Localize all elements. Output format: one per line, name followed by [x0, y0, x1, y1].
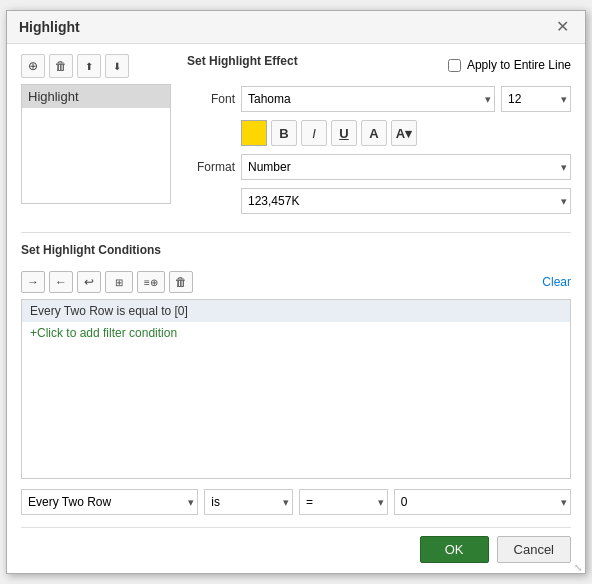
filter-row: Every Two Row Every Row is is not = ≠ >: [21, 489, 571, 515]
left-panel: ⊕ 🗑 ⬆ ⬇ Highlight: [21, 54, 171, 222]
font-select[interactable]: Tahoma Arial Calibri: [241, 86, 495, 112]
ok-button[interactable]: OK: [420, 536, 489, 563]
clear-link[interactable]: Clear: [542, 275, 571, 289]
add-group-btn[interactable]: ⊞: [105, 271, 133, 293]
font-label: Font: [187, 92, 235, 106]
underline-btn[interactable]: U: [331, 120, 357, 146]
format2-select-wrap: 123,457K 1,234,567 #,##0: [241, 188, 571, 214]
add-highlight-btn[interactable]: ⊕: [21, 54, 45, 78]
size-select[interactable]: 12 8 10 14 16: [501, 86, 571, 112]
highlight-dialog: Highlight ✕ ⊕ 🗑 ⬆ ⬇ Highlight: [6, 10, 586, 574]
format-select[interactable]: Number Currency Percentage: [241, 154, 571, 180]
format-select-wrap: Number Currency Percentage: [241, 154, 571, 180]
format-row: Format Number Currency Percentage: [187, 154, 571, 180]
conditions-title: Set Highlight Conditions: [21, 243, 161, 257]
filter-col3-wrap: = ≠ > <: [299, 489, 388, 515]
font-color-a-btn[interactable]: A: [361, 120, 387, 146]
dialog-body: ⊕ 🗑 ⬆ ⬇ Highlight Set Highlight Effect: [7, 44, 585, 573]
close-button[interactable]: ✕: [552, 19, 573, 35]
filter-col1-wrap: Every Two Row Every Row: [21, 489, 198, 515]
filter-col1-select[interactable]: Every Two Row Every Row: [21, 489, 198, 515]
filter-col2-select[interactable]: is is not: [204, 489, 293, 515]
delete-cond-btn[interactable]: 🗑: [169, 271, 193, 293]
apply-entire-line-row: Apply to Entire Line: [448, 58, 571, 72]
top-section: ⊕ 🗑 ⬆ ⬇ Highlight Set Highlight Effect: [21, 54, 571, 222]
back-cond-btn[interactable]: ←: [49, 271, 73, 293]
filter-col4-wrap: 0 1: [394, 489, 571, 515]
filter-col2-wrap: is is not: [204, 489, 293, 515]
font-bg-a-btn[interactable]: A▾: [391, 120, 417, 146]
background-color-btn[interactable]: [241, 120, 267, 146]
filter-col3-select[interactable]: = ≠ > <: [299, 489, 388, 515]
highlight-list: Highlight: [21, 84, 171, 204]
format2-select[interactable]: 123,457K 1,234,567 #,##0: [241, 188, 571, 214]
move-up-btn[interactable]: ⬆: [77, 54, 101, 78]
delete-highlight-btn[interactable]: 🗑: [49, 54, 73, 78]
left-toolbar: ⊕ 🗑 ⬆ ⬇: [21, 54, 171, 78]
filter-col4-select[interactable]: 0 1: [394, 489, 571, 515]
format2-row: 123,457K 1,234,567 #,##0: [187, 188, 571, 214]
conditions-list: Every Two Row is equal to [0] +Click to …: [21, 299, 571, 479]
italic-btn[interactable]: I: [301, 120, 327, 146]
right-panel: Set Highlight Effect Apply to Entire Lin…: [187, 54, 571, 222]
apply-entire-line-label: Apply to Entire Line: [467, 58, 571, 72]
apply-row: Set Highlight Effect Apply to Entire Lin…: [187, 54, 571, 76]
move-down-btn[interactable]: ⬇: [105, 54, 129, 78]
undo-cond-btn[interactable]: ↩: [77, 271, 101, 293]
dialog-title: Highlight: [19, 19, 80, 35]
apply-entire-line-checkbox[interactable]: [448, 59, 461, 72]
font-select-wrap: Tahoma Arial Calibri: [241, 86, 495, 112]
add-filter-link[interactable]: +Click to add filter condition: [22, 322, 570, 344]
set-highlight-title: Set Highlight Effect: [187, 54, 298, 68]
size-select-wrap: 12 8 10 14 16: [501, 86, 571, 112]
resize-handle[interactable]: ⤡: [574, 562, 584, 572]
title-bar: Highlight ✕: [7, 11, 585, 44]
cancel-button[interactable]: Cancel: [497, 536, 571, 563]
format-label: Format: [187, 160, 235, 174]
style-toolbar: B I U A A▾: [241, 120, 571, 146]
condition-row-header[interactable]: Every Two Row is equal to [0]: [22, 300, 570, 322]
bold-btn[interactable]: B: [271, 120, 297, 146]
action-row: OK Cancel: [21, 527, 571, 563]
forward-cond-btn[interactable]: →: [21, 271, 45, 293]
conditions-section: Set Highlight Conditions → ← ↩ ⊞ ≡⊕ 🗑 Cl…: [21, 243, 571, 479]
conditions-toolbar: → ← ↩ ⊞ ≡⊕ 🗑 Clear: [21, 271, 571, 293]
divider: [21, 232, 571, 233]
font-row: Font Tahoma Arial Calibri 12 8: [187, 86, 571, 112]
group-filter-btn[interactable]: ≡⊕: [137, 271, 165, 293]
highlight-list-item[interactable]: Highlight: [22, 85, 170, 108]
